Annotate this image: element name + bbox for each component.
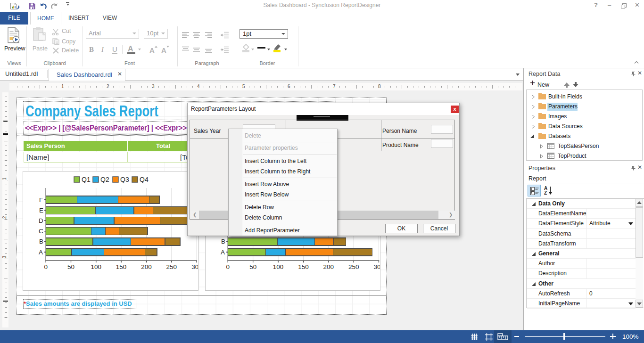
svg-text:200: 200	[141, 263, 152, 270]
svg-text:A: A	[221, 249, 225, 256]
svg-text:100: 100	[91, 263, 102, 270]
svg-text:150: 150	[116, 263, 127, 270]
svg-text:150: 150	[298, 263, 309, 270]
svg-text:250: 250	[348, 263, 359, 270]
svg-text:E: E	[39, 207, 43, 214]
svg-text:300: 300	[191, 263, 198, 270]
svg-text:300: 300	[374, 263, 380, 270]
svg-text:A: A	[39, 249, 43, 256]
svg-text:0: 0	[226, 263, 230, 270]
svg-text:100: 100	[273, 263, 284, 270]
svg-text:F: F	[39, 196, 43, 204]
svg-text:50: 50	[249, 263, 256, 270]
svg-text:Z: Z	[544, 190, 547, 196]
svg-text:0: 0	[44, 263, 48, 270]
svg-text:Q4: Q4	[140, 176, 149, 183]
svg-text:B: B	[221, 238, 225, 245]
svg-text:250: 250	[166, 263, 177, 270]
svg-text:C: C	[39, 228, 43, 235]
svg-text:Q1: Q1	[82, 176, 91, 183]
svg-text:200: 200	[323, 263, 334, 270]
svg-text:Q3: Q3	[120, 176, 129, 183]
svg-text:50: 50	[67, 263, 74, 270]
svg-text:D: D	[39, 217, 43, 224]
svg-text:B: B	[39, 238, 43, 245]
svg-text:Q2: Q2	[100, 176, 109, 183]
